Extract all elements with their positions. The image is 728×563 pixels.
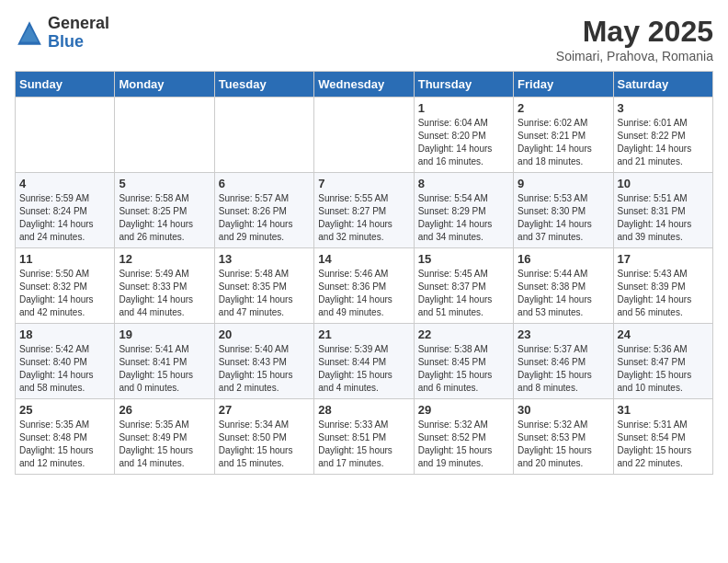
calendar-table: SundayMondayTuesdayWednesdayThursdayFrid… bbox=[15, 71, 713, 475]
calendar-cell: 21Sunrise: 5:39 AM Sunset: 8:44 PM Dayli… bbox=[314, 324, 414, 399]
day-info: Sunrise: 5:32 AM Sunset: 8:52 PM Dayligh… bbox=[418, 419, 509, 470]
calendar-cell: 31Sunrise: 5:31 AM Sunset: 8:54 PM Dayli… bbox=[613, 399, 712, 475]
day-info: Sunrise: 5:43 AM Sunset: 8:39 PM Dayligh… bbox=[618, 268, 709, 319]
calendar-cell bbox=[314, 98, 414, 173]
day-info: Sunrise: 5:33 AM Sunset: 8:51 PM Dayligh… bbox=[318, 419, 409, 470]
calendar-cell: 13Sunrise: 5:48 AM Sunset: 8:35 PM Dayli… bbox=[214, 248, 313, 324]
day-info: Sunrise: 5:53 AM Sunset: 8:30 PM Dayligh… bbox=[518, 192, 609, 244]
day-info: Sunrise: 5:58 AM Sunset: 8:25 PM Dayligh… bbox=[119, 192, 210, 244]
calendar-cell: 23Sunrise: 5:37 AM Sunset: 8:46 PM Dayli… bbox=[514, 324, 613, 399]
day-number: 29 bbox=[418, 403, 509, 417]
day-number: 19 bbox=[119, 327, 210, 341]
day-info: Sunrise: 5:54 AM Sunset: 8:29 PM Dayligh… bbox=[418, 192, 509, 244]
day-info: Sunrise: 5:45 AM Sunset: 8:37 PM Dayligh… bbox=[418, 268, 509, 319]
day-info: Sunrise: 5:48 AM Sunset: 8:35 PM Dayligh… bbox=[219, 268, 310, 319]
day-info: Sunrise: 5:34 AM Sunset: 8:50 PM Dayligh… bbox=[219, 419, 310, 470]
day-number: 17 bbox=[618, 252, 709, 266]
location-subtitle: Soimari, Prahova, Romania bbox=[556, 49, 713, 63]
day-number: 25 bbox=[19, 403, 110, 417]
calendar-cell: 19Sunrise: 5:41 AM Sunset: 8:41 PM Dayli… bbox=[115, 324, 214, 399]
day-info: Sunrise: 5:44 AM Sunset: 8:38 PM Dayligh… bbox=[518, 268, 609, 319]
day-number: 9 bbox=[518, 177, 609, 190]
calendar-cell bbox=[16, 98, 115, 173]
calendar-week-5: 25Sunrise: 5:35 AM Sunset: 8:48 PM Dayli… bbox=[16, 399, 713, 475]
calendar-cell: 8Sunrise: 5:54 AM Sunset: 8:29 PM Daylig… bbox=[414, 173, 513, 248]
day-number: 7 bbox=[318, 177, 409, 190]
day-number: 22 bbox=[418, 327, 509, 341]
column-header-tuesday: Tuesday bbox=[214, 72, 313, 98]
day-number: 26 bbox=[119, 403, 210, 417]
calendar-week-4: 18Sunrise: 5:42 AM Sunset: 8:40 PM Dayli… bbox=[16, 324, 713, 399]
day-info: Sunrise: 5:41 AM Sunset: 8:41 PM Dayligh… bbox=[119, 343, 210, 395]
calendar-cell: 17Sunrise: 5:43 AM Sunset: 8:39 PM Dayli… bbox=[613, 248, 712, 324]
day-number: 6 bbox=[219, 177, 310, 190]
page-header: General Blue May 2025 Soimari, Prahova, … bbox=[15, 15, 713, 63]
calendar-cell: 25Sunrise: 5:35 AM Sunset: 8:48 PM Dayli… bbox=[16, 399, 115, 475]
calendar-cell: 12Sunrise: 5:49 AM Sunset: 8:33 PM Dayli… bbox=[115, 248, 214, 324]
day-number: 16 bbox=[518, 252, 609, 266]
day-number: 18 bbox=[19, 327, 110, 341]
day-number: 12 bbox=[119, 252, 210, 266]
day-number: 24 bbox=[618, 327, 709, 341]
calendar-cell: 27Sunrise: 5:34 AM Sunset: 8:50 PM Dayli… bbox=[214, 399, 313, 475]
calendar-cell: 4Sunrise: 5:59 AM Sunset: 8:24 PM Daylig… bbox=[16, 173, 115, 248]
day-number: 2 bbox=[518, 101, 609, 115]
day-number: 14 bbox=[318, 252, 409, 266]
day-number: 21 bbox=[318, 327, 409, 341]
day-number: 15 bbox=[418, 252, 509, 266]
day-number: 11 bbox=[19, 252, 110, 266]
day-info: Sunrise: 5:59 AM Sunset: 8:24 PM Dayligh… bbox=[19, 192, 110, 244]
calendar-cell: 10Sunrise: 5:51 AM Sunset: 8:31 PM Dayli… bbox=[613, 173, 712, 248]
day-number: 20 bbox=[219, 327, 310, 341]
calendar-cell: 20Sunrise: 5:40 AM Sunset: 8:43 PM Dayli… bbox=[214, 324, 313, 399]
logo-blue-text: Blue bbox=[48, 32, 84, 51]
day-info: Sunrise: 6:04 AM Sunset: 8:20 PM Dayligh… bbox=[418, 117, 509, 168]
calendar-week-1: 1Sunrise: 6:04 AM Sunset: 8:20 PM Daylig… bbox=[16, 98, 713, 173]
day-info: Sunrise: 5:35 AM Sunset: 8:48 PM Dayligh… bbox=[19, 419, 110, 470]
day-info: Sunrise: 5:55 AM Sunset: 8:27 PM Dayligh… bbox=[318, 192, 409, 244]
day-number: 23 bbox=[518, 327, 609, 341]
calendar-cell: 6Sunrise: 5:57 AM Sunset: 8:26 PM Daylig… bbox=[214, 173, 313, 248]
day-info: Sunrise: 5:37 AM Sunset: 8:46 PM Dayligh… bbox=[518, 343, 609, 395]
day-info: Sunrise: 5:46 AM Sunset: 8:36 PM Dayligh… bbox=[318, 268, 409, 319]
calendar-cell: 18Sunrise: 5:42 AM Sunset: 8:40 PM Dayli… bbox=[16, 324, 115, 399]
calendar-cell: 7Sunrise: 5:55 AM Sunset: 8:27 PM Daylig… bbox=[314, 173, 414, 248]
column-header-friday: Friday bbox=[514, 72, 613, 98]
column-header-wednesday: Wednesday bbox=[314, 72, 414, 98]
day-number: 10 bbox=[618, 177, 709, 190]
calendar-cell: 30Sunrise: 5:32 AM Sunset: 8:53 PM Dayli… bbox=[514, 399, 613, 475]
day-info: Sunrise: 5:49 AM Sunset: 8:33 PM Dayligh… bbox=[119, 268, 210, 319]
day-number: 27 bbox=[219, 403, 310, 417]
calendar-header-row: SundayMondayTuesdayWednesdayThursdayFrid… bbox=[16, 72, 713, 98]
day-number: 31 bbox=[618, 403, 709, 417]
calendar-cell: 22Sunrise: 5:38 AM Sunset: 8:45 PM Dayli… bbox=[414, 324, 513, 399]
day-info: Sunrise: 5:51 AM Sunset: 8:31 PM Dayligh… bbox=[618, 192, 709, 244]
calendar-cell: 24Sunrise: 5:36 AM Sunset: 8:47 PM Dayli… bbox=[613, 324, 712, 399]
day-info: Sunrise: 5:31 AM Sunset: 8:54 PM Dayligh… bbox=[618, 419, 709, 470]
day-number: 3 bbox=[618, 101, 709, 115]
day-number: 28 bbox=[318, 403, 409, 417]
day-number: 1 bbox=[418, 101, 509, 115]
calendar-cell: 1Sunrise: 6:04 AM Sunset: 8:20 PM Daylig… bbox=[414, 98, 513, 173]
calendar-cell: 14Sunrise: 5:46 AM Sunset: 8:36 PM Dayli… bbox=[314, 248, 414, 324]
logo-icon bbox=[15, 18, 44, 48]
day-info: Sunrise: 5:38 AM Sunset: 8:45 PM Dayligh… bbox=[418, 343, 509, 395]
day-number: 4 bbox=[19, 177, 110, 190]
calendar-cell bbox=[214, 98, 313, 173]
column-header-saturday: Saturday bbox=[613, 72, 712, 98]
day-info: Sunrise: 5:50 AM Sunset: 8:32 PM Dayligh… bbox=[19, 268, 110, 319]
column-header-monday: Monday bbox=[115, 72, 214, 98]
calendar-cell: 16Sunrise: 5:44 AM Sunset: 8:38 PM Dayli… bbox=[514, 248, 613, 324]
calendar-cell: 29Sunrise: 5:32 AM Sunset: 8:52 PM Dayli… bbox=[414, 399, 513, 475]
calendar-cell: 11Sunrise: 5:50 AM Sunset: 8:32 PM Dayli… bbox=[16, 248, 115, 324]
calendar-cell bbox=[115, 98, 214, 173]
logo-general-text: General bbox=[48, 14, 109, 32]
column-header-thursday: Thursday bbox=[414, 72, 513, 98]
calendar-cell: 2Sunrise: 6:02 AM Sunset: 8:21 PM Daylig… bbox=[514, 98, 613, 173]
calendar-cell: 28Sunrise: 5:33 AM Sunset: 8:51 PM Dayli… bbox=[314, 399, 414, 475]
day-info: Sunrise: 6:02 AM Sunset: 8:21 PM Dayligh… bbox=[518, 117, 609, 168]
column-header-sunday: Sunday bbox=[16, 72, 115, 98]
calendar-week-2: 4Sunrise: 5:59 AM Sunset: 8:24 PM Daylig… bbox=[16, 173, 713, 248]
day-number: 8 bbox=[418, 177, 509, 190]
day-info: Sunrise: 5:39 AM Sunset: 8:44 PM Dayligh… bbox=[318, 343, 409, 395]
